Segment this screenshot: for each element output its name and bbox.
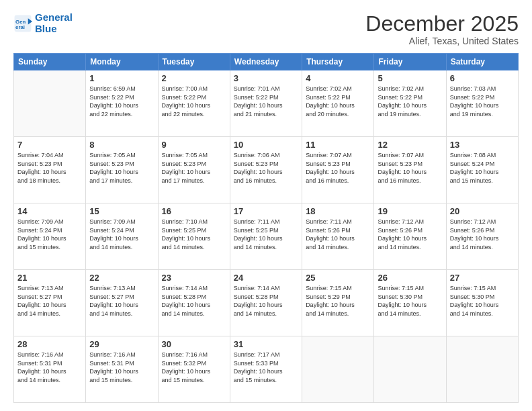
- day-number: 25: [306, 273, 370, 283]
- weekday-header-thursday: Thursday: [302, 54, 374, 71]
- day-info: Sunrise: 7:06 AM Sunset: 5:23 PM Dayligh…: [234, 151, 298, 185]
- calendar-cell: 24Sunrise: 7:14 AM Sunset: 5:28 PM Dayli…: [230, 270, 302, 336]
- weekday-header-sunday: Sunday: [14, 54, 86, 71]
- day-number: 15: [89, 206, 154, 216]
- day-number: 29: [89, 339, 154, 349]
- calendar-cell: 2Sunrise: 7:00 AM Sunset: 5:22 PM Daylig…: [158, 71, 230, 137]
- logo-line1: General: [35, 11, 73, 23]
- calendar-cell: 12Sunrise: 7:07 AM Sunset: 5:23 PM Dayli…: [374, 137, 446, 203]
- day-number: 10: [234, 140, 298, 150]
- calendar-cell: 22Sunrise: 7:13 AM Sunset: 5:27 PM Dayli…: [86, 270, 158, 336]
- day-info: Sunrise: 7:14 AM Sunset: 5:28 PM Dayligh…: [162, 284, 226, 318]
- day-number: 4: [306, 73, 370, 83]
- calendar-cell: 9Sunrise: 7:05 AM Sunset: 5:23 PM Daylig…: [158, 137, 230, 203]
- subtitle: Alief, Texas, United States: [365, 36, 519, 46]
- day-info: Sunrise: 7:05 AM Sunset: 5:23 PM Dayligh…: [89, 151, 154, 185]
- calendar-cell: [374, 336, 446, 403]
- calendar-cell: 19Sunrise: 7:12 AM Sunset: 5:26 PM Dayli…: [374, 203, 446, 270]
- weekday-header-saturday: Saturday: [446, 54, 518, 71]
- day-info: Sunrise: 7:08 AM Sunset: 5:24 PM Dayligh…: [450, 151, 515, 185]
- day-number: 23: [162, 273, 226, 283]
- day-number: 24: [234, 273, 298, 283]
- day-number: 19: [378, 206, 442, 216]
- page: Gen eral General Blue December 2025 Alie…: [0, 0, 532, 411]
- day-info: Sunrise: 7:15 AM Sunset: 5:29 PM Dayligh…: [306, 284, 370, 318]
- day-info: Sunrise: 7:16 AM Sunset: 5:31 PM Dayligh…: [89, 351, 154, 384]
- day-info: Sunrise: 7:15 AM Sunset: 5:30 PM Dayligh…: [378, 284, 442, 318]
- weekday-header-friday: Friday: [374, 54, 446, 71]
- calendar-cell: [446, 336, 518, 403]
- day-number: 8: [89, 140, 154, 150]
- calendar-cell: 5Sunrise: 7:02 AM Sunset: 5:22 PM Daylig…: [374, 71, 446, 137]
- day-info: Sunrise: 7:16 AM Sunset: 5:31 PM Dayligh…: [17, 351, 82, 384]
- day-info: Sunrise: 7:11 AM Sunset: 5:26 PM Dayligh…: [306, 218, 370, 251]
- day-number: 26: [378, 273, 442, 283]
- day-number: 11: [306, 140, 370, 150]
- calendar-cell: 4Sunrise: 7:02 AM Sunset: 5:22 PM Daylig…: [302, 71, 374, 137]
- day-number: 13: [450, 140, 515, 150]
- day-info: Sunrise: 7:04 AM Sunset: 5:23 PM Dayligh…: [17, 151, 82, 185]
- day-info: Sunrise: 7:11 AM Sunset: 5:25 PM Dayligh…: [234, 218, 298, 251]
- calendar-cell: 20Sunrise: 7:12 AM Sunset: 5:26 PM Dayli…: [446, 203, 518, 270]
- weekday-header-tuesday: Tuesday: [158, 54, 230, 71]
- day-number: 22: [89, 273, 154, 283]
- calendar-cell: 13Sunrise: 7:08 AM Sunset: 5:24 PM Dayli…: [446, 137, 518, 203]
- calendar-cell: 27Sunrise: 7:15 AM Sunset: 5:30 PM Dayli…: [446, 270, 518, 336]
- logo-icon: Gen eral: [13, 14, 32, 33]
- calendar-cell: 15Sunrise: 7:09 AM Sunset: 5:24 PM Dayli…: [86, 203, 158, 270]
- day-number: 21: [17, 273, 82, 283]
- day-info: Sunrise: 6:59 AM Sunset: 5:22 PM Dayligh…: [89, 85, 154, 118]
- day-info: Sunrise: 7:05 AM Sunset: 5:23 PM Dayligh…: [162, 151, 226, 185]
- calendar-cell: 6Sunrise: 7:03 AM Sunset: 5:22 PM Daylig…: [446, 71, 518, 137]
- day-number: 16: [162, 206, 226, 216]
- week-row-2: 14Sunrise: 7:09 AM Sunset: 5:24 PM Dayli…: [14, 203, 519, 270]
- day-number: 12: [378, 140, 442, 150]
- day-number: 18: [306, 206, 370, 216]
- day-info: Sunrise: 7:12 AM Sunset: 5:26 PM Dayligh…: [450, 218, 515, 251]
- day-number: 6: [450, 73, 515, 83]
- calendar-cell: 23Sunrise: 7:14 AM Sunset: 5:28 PM Dayli…: [158, 270, 230, 336]
- calendar-cell: 1Sunrise: 6:59 AM Sunset: 5:22 PM Daylig…: [86, 71, 158, 137]
- day-info: Sunrise: 7:10 AM Sunset: 5:25 PM Dayligh…: [162, 218, 226, 251]
- calendar-cell: 18Sunrise: 7:11 AM Sunset: 5:26 PM Dayli…: [302, 203, 374, 270]
- calendar-cell: 28Sunrise: 7:16 AM Sunset: 5:31 PM Dayli…: [14, 336, 86, 403]
- week-row-3: 21Sunrise: 7:13 AM Sunset: 5:27 PM Dayli…: [14, 270, 519, 336]
- day-number: 31: [234, 339, 298, 349]
- day-info: Sunrise: 7:07 AM Sunset: 5:23 PM Dayligh…: [306, 151, 370, 185]
- week-row-4: 28Sunrise: 7:16 AM Sunset: 5:31 PM Dayli…: [14, 336, 519, 403]
- week-row-0: 1Sunrise: 6:59 AM Sunset: 5:22 PM Daylig…: [14, 71, 519, 137]
- main-title: December 2025: [365, 12, 519, 36]
- calendar-cell: 8Sunrise: 7:05 AM Sunset: 5:23 PM Daylig…: [86, 137, 158, 203]
- day-info: Sunrise: 7:02 AM Sunset: 5:22 PM Dayligh…: [378, 85, 442, 118]
- title-block: December 2025 Alief, Texas, United State…: [365, 12, 519, 46]
- day-number: 2: [162, 73, 226, 83]
- weekday-header-monday: Monday: [86, 54, 158, 71]
- day-number: 3: [234, 73, 298, 83]
- day-number: 30: [162, 339, 226, 349]
- day-number: 14: [17, 206, 82, 216]
- day-info: Sunrise: 7:02 AM Sunset: 5:22 PM Dayligh…: [306, 85, 370, 118]
- day-number: 5: [378, 73, 442, 83]
- day-number: 28: [17, 339, 82, 349]
- day-number: 9: [162, 140, 226, 150]
- day-info: Sunrise: 7:01 AM Sunset: 5:22 PM Dayligh…: [234, 85, 298, 118]
- calendar-cell: 7Sunrise: 7:04 AM Sunset: 5:23 PM Daylig…: [14, 137, 86, 203]
- week-row-1: 7Sunrise: 7:04 AM Sunset: 5:23 PM Daylig…: [14, 137, 519, 203]
- day-info: Sunrise: 7:14 AM Sunset: 5:28 PM Dayligh…: [234, 284, 298, 318]
- day-info: Sunrise: 7:09 AM Sunset: 5:24 PM Dayligh…: [89, 218, 154, 251]
- day-info: Sunrise: 7:16 AM Sunset: 5:32 PM Dayligh…: [162, 351, 226, 384]
- calendar-cell: 10Sunrise: 7:06 AM Sunset: 5:23 PM Dayli…: [230, 137, 302, 203]
- calendar-cell: 11Sunrise: 7:07 AM Sunset: 5:23 PM Dayli…: [302, 137, 374, 203]
- calendar-cell: 25Sunrise: 7:15 AM Sunset: 5:29 PM Dayli…: [302, 270, 374, 336]
- calendar-cell: 3Sunrise: 7:01 AM Sunset: 5:22 PM Daylig…: [230, 71, 302, 137]
- day-info: Sunrise: 7:09 AM Sunset: 5:24 PM Dayligh…: [17, 218, 82, 251]
- header: Gen eral General Blue December 2025 Alie…: [13, 12, 519, 46]
- calendar-cell: 29Sunrise: 7:16 AM Sunset: 5:31 PM Dayli…: [86, 336, 158, 403]
- weekday-header-row: SundayMondayTuesdayWednesdayThursdayFrid…: [14, 54, 519, 71]
- calendar-cell: [14, 71, 86, 137]
- day-info: Sunrise: 7:12 AM Sunset: 5:26 PM Dayligh…: [378, 218, 442, 251]
- day-number: 7: [17, 140, 82, 150]
- calendar-cell: 14Sunrise: 7:09 AM Sunset: 5:24 PM Dayli…: [14, 203, 86, 270]
- weekday-header-wednesday: Wednesday: [230, 54, 302, 71]
- day-number: 1: [89, 73, 154, 83]
